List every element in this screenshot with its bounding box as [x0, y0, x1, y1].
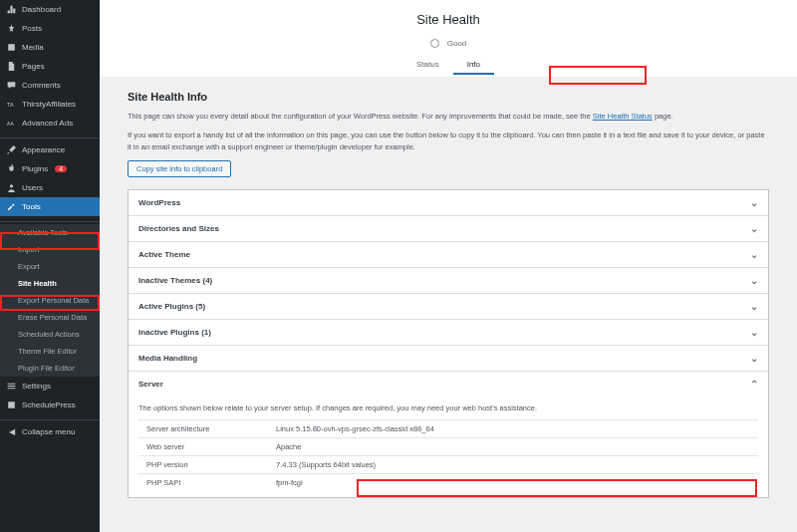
accordion-label: Inactive Themes (4): [138, 276, 212, 285]
chevron-down-icon: ⌄: [750, 353, 758, 364]
collapse-menu[interactable]: ◀ Collapse menu: [0, 422, 100, 441]
tab-info[interactable]: Info: [453, 56, 494, 75]
accordion-section-wordpress: WordPress⌄: [129, 190, 768, 216]
section-heading: Site Health Info: [128, 91, 769, 103]
menu-item-tools[interactable]: Tools: [0, 197, 100, 216]
menu-label: Settings: [22, 382, 51, 391]
menu-item-plugins[interactable]: Plugins4: [0, 159, 100, 178]
table-row: Server architectureLinux 5.15.80-ovh-vps…: [138, 420, 758, 438]
chevron-down-icon: ⌄: [750, 197, 758, 208]
menu-label: Posts: [22, 24, 42, 33]
submenu-export-personal-data[interactable]: Export Personal Data: [0, 292, 100, 309]
accordion-section-active-plugins-5-: Active Plugins (5)⌄: [129, 294, 768, 320]
accordion-body: The options shown below relate to your s…: [129, 397, 768, 497]
plug-icon: [6, 163, 17, 174]
accordion-section-inactive-plugins-1-: Inactive Plugins (1)⌄: [129, 320, 768, 346]
svg-text:TA: TA: [7, 102, 14, 108]
menu-item-dashboard[interactable]: Dashboard: [0, 0, 100, 19]
accordion-label: Inactive Plugins (1): [138, 328, 211, 337]
accordion-section-directories-and-sizes: Directories and Sizes⌄: [129, 216, 768, 242]
menu-item-users[interactable]: Users: [0, 178, 100, 197]
copy-site-info-button[interactable]: Copy site info to clipboard: [128, 160, 231, 177]
menu-label: Pages: [22, 62, 45, 71]
accordion-header[interactable]: Directories and Sizes⌄: [129, 216, 768, 241]
row-key: PHP SAPI: [138, 474, 268, 492]
settings-icon: [6, 381, 17, 392]
submenu-scheduled-actions[interactable]: Scheduled Actions: [0, 326, 100, 343]
accordion-header[interactable]: Inactive Themes (4)⌄: [129, 268, 768, 293]
content-body: Site Health Info This page can show you …: [100, 77, 797, 512]
submenu-plugin-file-editor[interactable]: Plugin File Editor: [0, 360, 100, 377]
dashboard-icon: [6, 4, 17, 15]
table-row: Web serverApache: [138, 438, 758, 456]
chevron-down-icon: ⌄: [750, 249, 758, 260]
submenu-erase-personal-data[interactable]: Erase Personal Data: [0, 309, 100, 326]
aa-icon: AA: [6, 118, 17, 129]
menu-label: Plugins: [22, 164, 48, 173]
submenu-available-tools[interactable]: Available Tools: [0, 224, 100, 241]
pin-icon: [6, 23, 17, 34]
chevron-down-icon: ⌄: [750, 223, 758, 234]
row-value: Linux 5.15.80-ovh-vps-grsec-zfs-classid …: [268, 420, 758, 438]
page-title: Site Health: [100, 12, 797, 27]
menu-item-media[interactable]: Media: [0, 38, 100, 57]
tab-status[interactable]: Status: [402, 56, 453, 75]
accordion-section-media-handling: Media Handling⌄: [129, 346, 768, 372]
menu-label: ThirstyAffiliates: [22, 100, 76, 109]
menu-item-comments[interactable]: Comments: [0, 76, 100, 95]
media-icon: [6, 42, 17, 53]
table-row: PHP version7.4.33 (Supports 64bit values…: [138, 456, 758, 474]
main-content: Site Health Good StatusInfo Site Health …: [100, 0, 797, 532]
submenu-import[interactable]: Import: [0, 241, 100, 258]
tools-submenu: Available ToolsImportExportSite HealthEx…: [0, 224, 100, 377]
site-health-status-link[interactable]: Site Health Status: [593, 112, 653, 121]
row-key: PHP version: [138, 456, 268, 474]
submenu-theme-file-editor[interactable]: Theme File Editor: [0, 343, 100, 360]
menu-label: Appearance: [22, 145, 65, 154]
menu-label: Comments: [22, 81, 61, 90]
status-label: Good: [447, 39, 467, 48]
menu-item-settings[interactable]: Settings: [0, 377, 100, 396]
chevron-down-icon: ⌄: [750, 275, 758, 286]
page-icon: [6, 61, 17, 72]
accordion-label: WordPress: [138, 198, 180, 207]
accordion-header[interactable]: Media Handling⌄: [129, 346, 768, 371]
menu-label: Tools: [22, 202, 41, 211]
menu-item-advanced-ads[interactable]: AAAdvanced Ads: [0, 114, 100, 133]
server-table: Server architectureLinux 5.15.80-ovh-vps…: [138, 419, 758, 491]
menu-item-pages[interactable]: Pages: [0, 57, 100, 76]
accordion-label: Active Plugins (5): [138, 302, 205, 311]
brush-icon: [6, 144, 17, 155]
chevron-down-icon: ⌄: [750, 301, 758, 312]
svg-text:AA: AA: [7, 122, 14, 127]
collapse-label: Collapse menu: [22, 427, 75, 436]
svg-point-2: [10, 184, 13, 187]
menu-item-thirstyaffiliates[interactable]: TAThirstyAffiliates: [0, 95, 100, 114]
accordion-header[interactable]: Active Plugins (5)⌄: [129, 294, 768, 319]
status-radio-icon: [430, 39, 439, 48]
chevron-down-icon: ⌄: [750, 327, 758, 338]
page-header: Site Health Good StatusInfo: [100, 0, 797, 77]
accordion-header[interactable]: Server⌃: [129, 372, 768, 397]
admin-sidebar: DashboardPostsMediaPagesCommentsTAThirst…: [0, 0, 100, 532]
accordion-section-active-theme: Active Theme⌄: [129, 242, 768, 268]
accordion-header[interactable]: WordPress⌄: [129, 190, 768, 215]
intro-para-2: If you want to export a handy list of al…: [128, 130, 769, 152]
collapse-icon: ◀: [6, 426, 17, 437]
comment-icon: [6, 80, 17, 91]
menu-label: Advanced Ads: [22, 119, 73, 128]
row-value: Apache: [268, 438, 758, 456]
accordion-header[interactable]: Inactive Plugins (1)⌄: [129, 320, 768, 345]
row-value: 7.4.33 (Supports 64bit values): [268, 456, 758, 474]
accordion-header[interactable]: Active Theme⌄: [129, 242, 768, 267]
menu-item-appearance[interactable]: Appearance: [0, 140, 100, 159]
badge: 4: [55, 165, 67, 172]
table-row: PHP SAPIfpm-fcgi: [138, 474, 758, 492]
accordion-label: Media Handling: [138, 354, 197, 363]
submenu-export[interactable]: Export: [0, 258, 100, 275]
submenu-site-health[interactable]: Site Health: [0, 275, 100, 292]
menu-item-schedulepress[interactable]: SchedulePress: [0, 396, 100, 414]
menu-item-posts[interactable]: Posts: [0, 19, 100, 38]
row-key: Web server: [138, 438, 268, 456]
menu-label: Media: [22, 43, 44, 52]
